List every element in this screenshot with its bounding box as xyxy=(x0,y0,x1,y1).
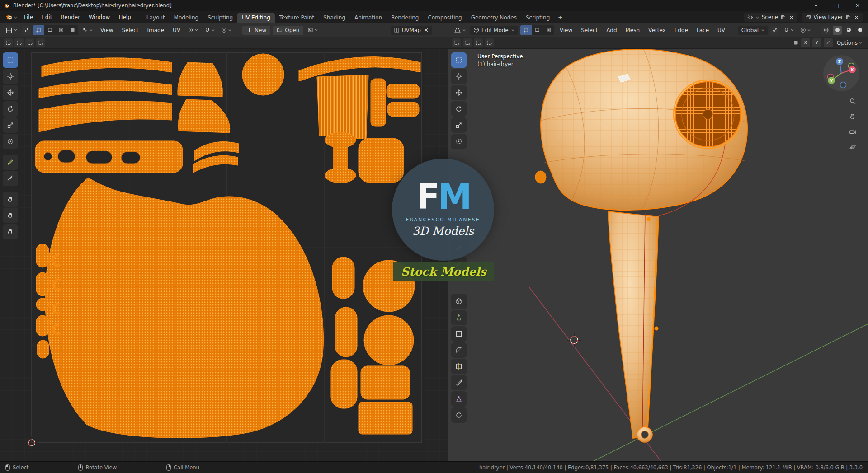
close-icon[interactable] xyxy=(423,27,429,33)
tool-extrude[interactable] xyxy=(451,310,467,325)
tab-modeling[interactable]: Modeling xyxy=(170,13,203,23)
menu-edit[interactable]: Edit xyxy=(38,12,56,22)
tool-cursor[interactable] xyxy=(3,69,18,84)
tool-select-box[interactable] xyxy=(3,52,18,68)
tool-add-cube[interactable] xyxy=(451,294,467,309)
select-mode-new-button[interactable] xyxy=(4,38,13,47)
tab-shading[interactable]: Shading xyxy=(319,13,350,23)
tool-pinch[interactable] xyxy=(3,224,18,239)
menu-render[interactable]: Render xyxy=(57,12,84,22)
sticky-select-dropdown[interactable] xyxy=(80,26,95,34)
editor-type-button[interactable] xyxy=(4,25,19,35)
browse-image-dropdown[interactable] xyxy=(306,26,320,34)
vertex-mode-button[interactable] xyxy=(520,25,532,35)
vp-menu-vertex[interactable]: Vertex xyxy=(645,25,669,35)
tool-grab[interactable] xyxy=(3,192,18,207)
tab-scripting[interactable]: Scripting xyxy=(521,13,554,23)
tool-select-box[interactable] xyxy=(451,52,467,68)
vp-menu-select[interactable]: Select xyxy=(578,25,601,35)
tool-move[interactable] xyxy=(451,85,467,100)
menu-window[interactable]: Window xyxy=(85,12,114,22)
uv-menu-view[interactable]: View xyxy=(97,25,116,35)
shading-material-button[interactable] xyxy=(844,26,853,35)
tool-loop-cut[interactable] xyxy=(451,359,467,374)
tool-scale[interactable] xyxy=(3,117,18,133)
uv-select-face-button[interactable] xyxy=(56,25,67,35)
mirror-x-button[interactable]: X xyxy=(801,38,810,47)
orientation-dropdown[interactable]: Global xyxy=(738,26,768,35)
uv-select-island-button[interactable] xyxy=(67,25,78,35)
uv-canvas[interactable] xyxy=(0,49,448,461)
navigation-gizmo[interactable]: X Y Z xyxy=(822,54,860,92)
tool-cursor[interactable] xyxy=(451,69,467,84)
snap-dropdown[interactable] xyxy=(782,26,796,34)
tool-annotate[interactable] xyxy=(3,155,18,170)
options-dropdown[interactable]: Options xyxy=(835,38,864,47)
select-mode-extend-button[interactable] xyxy=(463,38,472,47)
tab-sculpting[interactable]: Sculpting xyxy=(203,13,237,23)
tab-geometry-nodes[interactable]: Geometry Nodes xyxy=(467,13,521,23)
select-mode-intersect-button[interactable] xyxy=(36,38,45,47)
uv-menu-select[interactable]: Select xyxy=(118,25,142,35)
vp-menu-view[interactable]: View xyxy=(557,25,576,35)
axis-minus-z[interactable] xyxy=(840,82,846,88)
uv-menu-uv[interactable]: UV xyxy=(170,25,184,35)
uv-select-vertex-button[interactable] xyxy=(33,25,44,35)
tool-rotate[interactable] xyxy=(451,101,467,117)
close-icon[interactable] xyxy=(788,14,794,20)
tool-transform[interactable] xyxy=(3,134,18,149)
tab-animation[interactable]: Animation xyxy=(350,13,387,23)
vp-menu-edge[interactable]: Edge xyxy=(671,25,691,35)
select-mode-new-button[interactable] xyxy=(452,38,461,47)
tool-scale[interactable] xyxy=(451,117,467,133)
select-mode-subtract-button[interactable] xyxy=(25,38,34,47)
proportional-edit-dropdown[interactable] xyxy=(798,26,813,34)
toggle-ortho-button[interactable] xyxy=(847,142,858,153)
vp-menu-face[interactable]: Face xyxy=(693,25,712,35)
tool-rotate[interactable] xyxy=(3,101,18,117)
camera-view-button[interactable] xyxy=(847,126,858,137)
tool-poly-build[interactable] xyxy=(451,391,467,407)
menu-help[interactable]: Help xyxy=(114,12,135,22)
blender-menu-button[interactable] xyxy=(4,12,19,22)
tool-inset[interactable] xyxy=(451,326,467,342)
uv-sync-toggle[interactable] xyxy=(22,26,31,35)
face-mode-button[interactable] xyxy=(543,25,554,35)
mirror-y-button[interactable]: Y xyxy=(812,38,821,47)
tool-spin[interactable] xyxy=(451,407,467,423)
open-image-button[interactable]: Open xyxy=(273,26,303,35)
tool-move[interactable] xyxy=(3,85,18,100)
tab-compositing[interactable]: Compositing xyxy=(423,13,466,23)
tool-transform[interactable] xyxy=(451,134,467,149)
uv-menu-image[interactable]: Image xyxy=(144,25,168,35)
minimize-button[interactable]: – xyxy=(806,0,826,11)
close-icon[interactable] xyxy=(854,14,859,20)
uv-select-edge-button[interactable] xyxy=(44,25,56,35)
copy-icon[interactable] xyxy=(845,14,851,20)
shading-wireframe-button[interactable] xyxy=(821,26,830,35)
shading-rendered-button[interactable] xyxy=(855,26,864,35)
edge-mode-button[interactable] xyxy=(532,25,543,35)
mirror-z-button[interactable]: Z xyxy=(824,38,833,47)
tab-layout[interactable]: Layout xyxy=(142,13,170,23)
snap-target-button[interactable] xyxy=(770,26,779,35)
tool-knife[interactable] xyxy=(451,375,467,390)
select-mode-subtract-button[interactable] xyxy=(474,38,483,47)
uvmap-selector[interactable]: UVMap xyxy=(391,26,432,35)
scene-selector[interactable]: Scene xyxy=(744,13,798,22)
tab-rendering[interactable]: Rendering xyxy=(387,13,423,23)
tool-relax[interactable] xyxy=(3,208,18,223)
copy-icon[interactable] xyxy=(780,14,786,20)
pan-button[interactable] xyxy=(847,111,858,122)
add-workspace-button[interactable]: + xyxy=(554,13,566,23)
tool-measure[interactable] xyxy=(3,171,18,186)
new-image-button[interactable]: New xyxy=(242,26,270,35)
mode-dropdown[interactable]: Edit Mode xyxy=(470,26,518,35)
vp-menu-uv[interactable]: UV xyxy=(714,25,728,35)
editor-type-button[interactable] xyxy=(452,25,468,35)
select-mode-extend-button[interactable] xyxy=(14,38,24,47)
tool-bevel[interactable] xyxy=(451,342,467,358)
tab-uv-editing[interactable]: UV Editing xyxy=(237,13,275,23)
maximize-button[interactable]: □ xyxy=(826,0,847,11)
close-button[interactable]: × xyxy=(847,0,868,11)
